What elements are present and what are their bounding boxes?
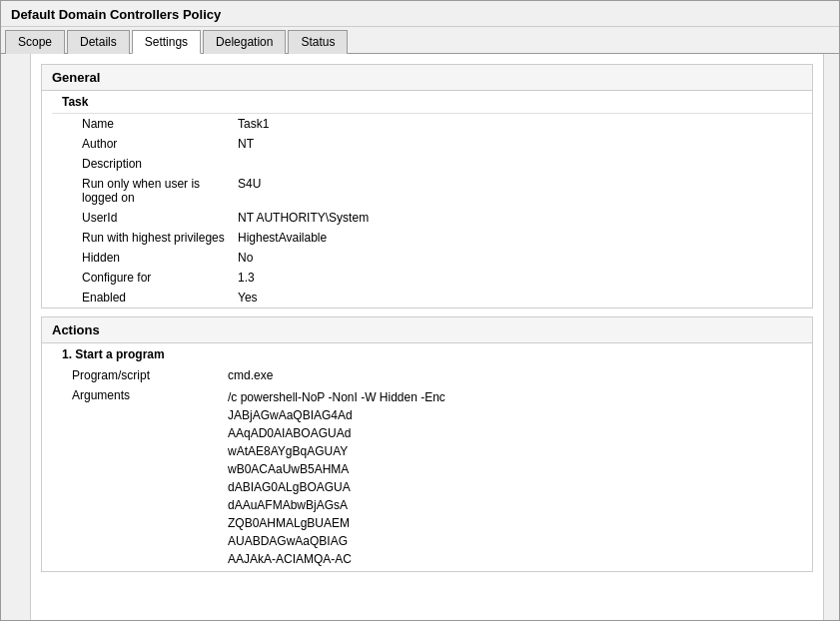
main-content[interactable]: General Task Name Task1 Author NT — [31, 54, 823, 620]
table-row: Run only when user is logged on S4U — [52, 174, 812, 208]
actions-title: Actions — [42, 317, 812, 343]
tab-status[interactable]: Status — [288, 30, 348, 54]
field-label-hidden: Hidden — [52, 248, 232, 268]
main-window: Default Domain Controllers Policy Scope … — [0, 0, 840, 621]
field-label-run-logged-on: Run only when user is logged on — [52, 174, 232, 208]
task-properties-table: Name Task1 Author NT Description — [52, 114, 812, 308]
field-value-program: cmd.exe — [222, 365, 812, 385]
table-row: Run with highest privileges HighestAvail… — [52, 228, 812, 248]
table-row: Name Task1 — [52, 114, 812, 134]
field-label-arguments: Arguments — [42, 385, 222, 571]
field-label-author: Author — [52, 134, 232, 154]
content-area: General Task Name Task1 Author NT — [1, 54, 839, 620]
general-title: General — [42, 65, 812, 91]
action-properties-table: Program/script cmd.exe Arguments /c powe… — [42, 365, 812, 571]
action-item-label: 1. Start a program — [62, 347, 165, 361]
table-row: Hidden No — [52, 248, 812, 268]
table-row: Author NT — [52, 134, 812, 154]
field-value-highest-priv: HighestAvailable — [232, 228, 812, 248]
table-row: Configure for 1.3 — [52, 268, 812, 288]
field-value-enabled: Yes — [232, 288, 812, 308]
tab-scope[interactable]: Scope — [5, 30, 65, 54]
tab-delegation[interactable]: Delegation — [203, 30, 286, 54]
window-title: Default Domain Controllers Policy — [11, 7, 221, 22]
table-row: Program/script cmd.exe — [42, 365, 812, 385]
title-bar: Default Domain Controllers Policy — [1, 1, 839, 27]
tab-details[interactable]: Details — [67, 30, 130, 54]
field-label-configure-for: Configure for — [52, 268, 232, 288]
field-label-highest-priv: Run with highest privileges — [52, 228, 232, 248]
table-row: Enabled Yes — [52, 288, 812, 308]
task-section: Task Name Task1 Author NT — [52, 91, 812, 308]
field-label-enabled: Enabled — [52, 288, 232, 308]
field-label-program: Program/script — [42, 365, 222, 385]
field-value-userid: NT AUTHORITY\System — [232, 208, 812, 228]
field-value-arguments: /c powershell-NoP -NonI -W Hidden -Enc J… — [222, 385, 812, 571]
field-value-author: NT — [232, 134, 812, 154]
field-value-hidden: No — [232, 248, 812, 268]
tab-settings[interactable]: Settings — [132, 30, 201, 54]
field-value-description — [232, 154, 812, 174]
general-section: General Task Name Task1 Author NT — [41, 64, 813, 309]
field-value-run-logged-on: S4U — [232, 174, 812, 208]
action-item-1: 1. Start a program — [42, 343, 812, 365]
actions-section: Actions 1. Start a program Program/scrip… — [41, 316, 813, 572]
tab-bar: Scope Details Settings Delegation Status — [1, 27, 839, 54]
task-title: Task — [52, 91, 812, 114]
field-label-userid: UserId — [52, 208, 232, 228]
table-row: UserId NT AUTHORITY\System — [52, 208, 812, 228]
left-sidebar — [1, 54, 31, 620]
field-label-name: Name — [52, 114, 232, 134]
field-label-description: Description — [52, 154, 232, 174]
field-value-configure-for: 1.3 — [232, 268, 812, 288]
scrollbar[interactable] — [823, 54, 839, 620]
table-row: Arguments /c powershell-NoP -NonI -W Hid… — [42, 385, 812, 571]
field-value-name: Task1 — [232, 114, 812, 134]
table-row: Description — [52, 154, 812, 174]
